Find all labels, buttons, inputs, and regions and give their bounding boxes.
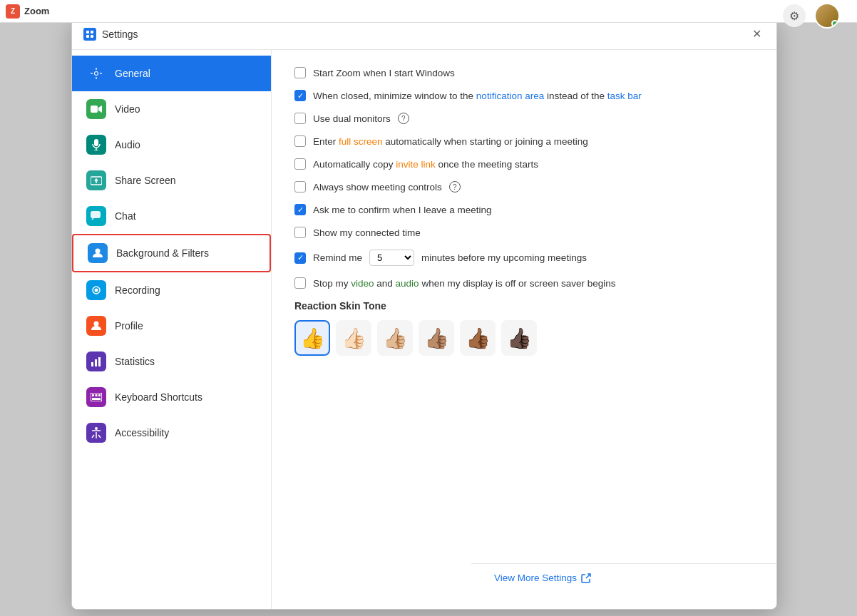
sidebar-label-share-screen: Share Screen xyxy=(115,175,176,186)
video-icon xyxy=(86,99,106,119)
general-icon xyxy=(86,63,106,83)
label-full-screen: Enter full screen automatically when sta… xyxy=(313,136,588,147)
sidebar-item-accessibility[interactable]: Accessibility xyxy=(72,415,271,451)
setting-row-dual-monitors: Use dual monitors ? xyxy=(294,113,754,124)
skin-tone-button-6[interactable]: 👍🏿 xyxy=(501,320,537,356)
label-dual-monitors: Use dual monitors xyxy=(313,113,391,124)
sidebar-item-background-filters[interactable]: Background & Filters xyxy=(72,234,271,272)
checkbox-show-controls[interactable] xyxy=(294,181,306,192)
setting-row-connected-time: Show my connected time xyxy=(294,227,754,238)
task-bar-link[interactable]: task bar xyxy=(607,91,642,101)
label-stop-video: Stop my video and audio when my display … xyxy=(313,278,616,289)
zoom-icon: Z xyxy=(6,4,20,19)
checkbox-minimize[interactable]: ✓ xyxy=(294,90,306,101)
reaction-skin-tone-title: Reaction Skin Tone xyxy=(294,300,754,312)
skin-tone-button-4[interactable]: 👍🏽 xyxy=(419,320,454,356)
svg-rect-17 xyxy=(92,394,94,396)
svg-rect-13 xyxy=(91,362,93,366)
label-remind-me-before: Remind me xyxy=(313,252,362,263)
skin-tone-button-2[interactable]: 👍🏻 xyxy=(336,320,371,356)
svg-point-9 xyxy=(96,249,101,254)
label-connected-time: Show my connected time xyxy=(313,227,421,238)
view-more-footer: View More Settings xyxy=(471,563,776,592)
notification-area-link[interactable]: notification area xyxy=(476,91,544,101)
accessibility-icon xyxy=(86,423,106,443)
invite-link-link[interactable]: invite link xyxy=(396,159,436,170)
video-link[interactable]: video xyxy=(351,278,374,289)
chat-icon xyxy=(86,206,106,226)
sidebar-label-background-filters: Background & Filters xyxy=(116,247,209,259)
skin-tone-button-5[interactable]: 👍🏾 xyxy=(460,320,496,356)
skin-tone-button-3[interactable]: 👍🏼 xyxy=(377,320,413,356)
gear-button[interactable]: ⚙ xyxy=(783,4,806,27)
svg-rect-5 xyxy=(94,139,98,146)
skin-tones-container: 👍 👍🏻 👍🏼 👍🏽 👍🏾 👍🏿 xyxy=(294,320,754,356)
svg-point-11 xyxy=(95,289,98,292)
dual-monitors-help-icon[interactable]: ? xyxy=(398,113,409,124)
view-more-label: View More Settings xyxy=(494,573,577,583)
sidebar-item-video[interactable]: Video xyxy=(72,91,271,127)
setting-row-copy-invite: Automatically copy invite link once the … xyxy=(294,158,754,170)
main-content: Start Zoom when I start Windows ✓ When c… xyxy=(272,50,776,399)
svg-point-12 xyxy=(94,322,99,327)
svg-rect-16 xyxy=(91,393,102,401)
sidebar-item-audio[interactable]: Audio xyxy=(72,127,271,163)
svg-rect-2 xyxy=(86,35,89,38)
settings-titlebar: Settings ✕ xyxy=(72,19,776,50)
skin-tone-button-1[interactable]: 👍 xyxy=(294,320,330,356)
sidebar-item-recording[interactable]: Recording xyxy=(72,272,271,308)
svg-rect-0 xyxy=(86,31,89,34)
settings-body: General Video xyxy=(72,50,776,609)
sidebar-label-accessibility: Accessibility xyxy=(115,427,169,438)
profile-icon xyxy=(86,316,106,336)
setting-row-minimize: ✓ When closed, minimize window to the no… xyxy=(294,90,754,101)
svg-rect-15 xyxy=(98,357,101,366)
statistics-icon xyxy=(86,351,106,371)
sidebar-label-statistics: Statistics xyxy=(115,356,155,367)
svg-rect-8 xyxy=(91,211,101,218)
checkbox-stop-video[interactable] xyxy=(294,277,306,289)
svg-rect-14 xyxy=(95,359,97,366)
sidebar-label-general: General xyxy=(115,68,150,79)
checkbox-connected-time[interactable] xyxy=(294,227,306,238)
setting-row-remind-me: ✓ Remind me 5 10 15 20 30 minutes before… xyxy=(294,250,754,266)
sidebar-label-profile: Profile xyxy=(115,320,143,332)
audio-icon xyxy=(86,135,106,155)
label-confirm-leave: Ask me to confirm when I leave a meeting xyxy=(313,205,492,215)
avatar[interactable] xyxy=(814,3,840,29)
sidebar-item-general[interactable]: General xyxy=(72,56,271,91)
full-screen-link[interactable]: full screen xyxy=(339,136,383,147)
sidebar: General Video xyxy=(72,50,272,609)
checkbox-remind-me[interactable]: ✓ xyxy=(294,252,306,264)
settings-close-button[interactable]: ✕ xyxy=(748,26,765,43)
label-minimize: When closed, minimize window to the noti… xyxy=(313,91,642,101)
setting-row-full-screen: Enter full screen automatically when sta… xyxy=(294,135,754,147)
label-start-zoom: Start Zoom when I start Windows xyxy=(313,68,455,78)
sidebar-item-profile[interactable]: Profile xyxy=(72,308,271,344)
app-title: Zoom xyxy=(24,6,49,16)
sidebar-label-audio: Audio xyxy=(115,139,140,150)
checkbox-copy-invite[interactable] xyxy=(294,158,306,170)
external-link-icon xyxy=(581,573,591,583)
view-more-settings-link[interactable]: View More Settings xyxy=(494,573,591,583)
sidebar-item-chat[interactable]: Chat xyxy=(72,198,271,234)
sidebar-label-video: Video xyxy=(115,103,140,115)
settings-dialog: Settings ✕ General xyxy=(71,18,777,610)
sidebar-item-keyboard-shortcuts[interactable]: Keyboard Shortcuts xyxy=(72,379,271,415)
svg-rect-3 xyxy=(91,35,93,38)
settings-title: Settings xyxy=(102,29,138,40)
checkbox-dual-monitors[interactable] xyxy=(294,113,306,124)
setting-row-start-zoom: Start Zoom when I start Windows xyxy=(294,67,754,78)
sidebar-item-statistics[interactable]: Statistics xyxy=(72,344,271,379)
sidebar-item-share-screen[interactable]: Share Screen xyxy=(72,163,271,198)
show-controls-help-icon[interactable]: ? xyxy=(449,181,461,192)
checkbox-start-zoom[interactable] xyxy=(294,67,306,78)
settings-dialog-icon xyxy=(83,28,96,41)
checkbox-confirm-leave[interactable]: ✓ xyxy=(294,204,306,215)
remind-me-dropdown[interactable]: 5 10 15 20 30 xyxy=(369,250,414,266)
background-filters-icon xyxy=(88,243,108,263)
checkbox-full-screen[interactable] xyxy=(294,135,306,147)
label-copy-invite: Automatically copy invite link once the … xyxy=(313,159,538,170)
audio-link[interactable]: audio xyxy=(396,278,419,289)
sidebar-label-keyboard-shortcuts: Keyboard Shortcuts xyxy=(115,391,202,403)
